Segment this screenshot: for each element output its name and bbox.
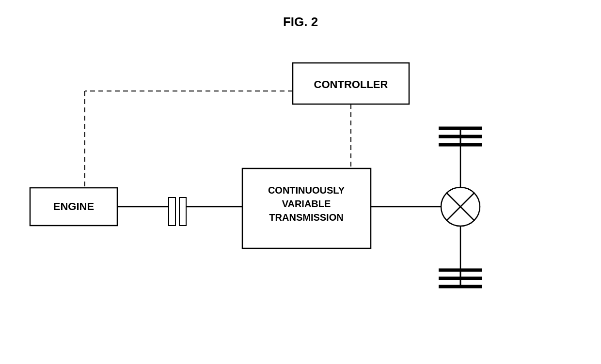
cvt-label-line3: TRANSMISSION <box>269 212 343 223</box>
controller-label: CONTROLLER <box>314 78 388 91</box>
engine-label: ENGINE <box>53 200 94 212</box>
clutch-left <box>169 197 175 226</box>
cvt-label-line2: VARIABLE <box>282 198 331 209</box>
diagram-svg: CONTROLLER ENGINE CONTINUOUSLY VARIABLE … <box>0 0 601 364</box>
diagram-container: FIG. 2 CONTROLLER ENGINE CONTINUOUSLY VA… <box>0 0 601 364</box>
clutch-right <box>179 197 186 226</box>
cvt-label-line1: CONTINUOUSLY <box>268 185 345 196</box>
